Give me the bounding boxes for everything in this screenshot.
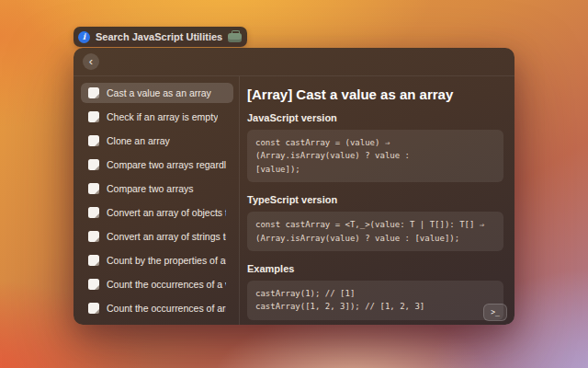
list-item[interactable]: Convert an array of objects to a... (81, 202, 233, 223)
section-heading: Examples (247, 263, 503, 274)
list-item[interactable]: Count the occurrences of array... (81, 298, 233, 318)
extension-icon (228, 33, 242, 42)
list-item-label: Convert an array of strings to n... (107, 231, 226, 242)
document-icon (88, 207, 99, 218)
back-button[interactable]: ‹ (83, 53, 99, 70)
list-item-label: Clone an array (107, 135, 170, 146)
list-item-label: Count the occurrences of a val... (107, 279, 226, 290)
list-item-label: Compare two arrays (107, 183, 194, 194)
list-item-label: Check if an array is empty (107, 111, 218, 122)
document-icon (88, 231, 99, 242)
section-typescript: TypeScript version const castArray = <T,… (247, 194, 503, 251)
detail-title: [Array] Cast a value as an array (247, 86, 503, 102)
document-icon (88, 183, 99, 194)
list-item[interactable]: Compare two arrays (81, 178, 233, 199)
document-icon (88, 255, 99, 266)
window-toolbar: ‹ (74, 48, 514, 76)
list-item-label: Count by the properties of an a... (107, 255, 226, 266)
section-heading: JavaScript version (247, 112, 503, 123)
list-item-label: Compare two arrays regardless... (107, 159, 226, 170)
list-item-label: Convert an array of objects to a... (107, 207, 226, 218)
info-icon: i (78, 31, 90, 43)
list-item[interactable]: Compare two arrays regardless... (81, 155, 233, 175)
list-item-label: Cast a value as an array (107, 87, 211, 98)
list-item[interactable]: Count the occurrences of a val... (81, 274, 233, 294)
tooltip-label: Search JavaScript Utilities (96, 31, 222, 42)
window-content: Cast a value as an array Check if an arr… (74, 76, 514, 325)
hotkey-tooltip: i Search JavaScript Utilities (74, 27, 247, 47)
document-icon (88, 159, 99, 170)
code-block-javascript: const castArray = (value) ⇒ (Array.isArr… (247, 130, 503, 182)
list-item[interactable]: Count by the properties of an a... (81, 250, 233, 270)
document-icon (88, 303, 99, 314)
list-item[interactable]: Clone an array (81, 131, 233, 151)
document-icon (88, 135, 99, 146)
utilities-list: Cast a value as an array Check if an arr… (74, 76, 240, 325)
list-item[interactable]: Check if an array is empty (81, 107, 233, 127)
list-item[interactable]: Cast a value as an array (81, 83, 233, 103)
document-icon (88, 279, 99, 290)
section-javascript: JavaScript version const castArray = (va… (247, 112, 503, 182)
list-item[interactable]: Create an array of cumulative... (81, 322, 233, 325)
code-block-examples: castArray(1); // [1] castArray([1, 2, 3]… (247, 281, 503, 320)
list-item[interactable]: Convert an array of strings to n... (81, 226, 233, 247)
document-icon (88, 87, 99, 98)
section-examples: Examples castArray(1); // [1] castArray(… (247, 263, 503, 320)
code-block-typescript: const castArray = <T,_>(value: T | T[]):… (247, 212, 503, 251)
section-heading: TypeScript version (247, 194, 503, 205)
app-window: ‹ Cast a value as an array Check if an a… (74, 48, 514, 325)
terminal-action-button[interactable]: >_ (483, 304, 507, 321)
detail-pane: [Array] Cast a value as an array JavaScr… (240, 76, 514, 325)
document-icon (88, 111, 99, 122)
list-item-label: Count the occurrences of array... (107, 303, 226, 314)
